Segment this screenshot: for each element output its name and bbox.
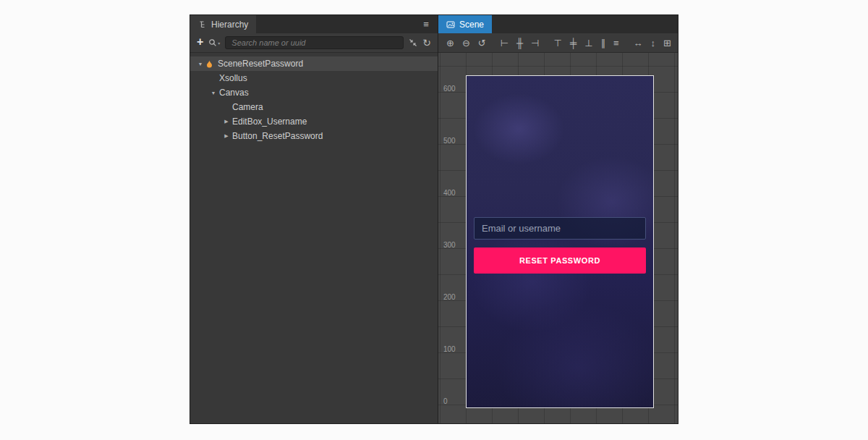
tree-row[interactable]: ▼ Canvas xyxy=(190,85,438,100)
tab-scene-label: Scene xyxy=(459,20,484,30)
scene-flame-icon xyxy=(205,59,214,69)
align-right-icon[interactable]: ⊣ xyxy=(531,38,539,48)
editor-window: Hierarchy ≡ + ▾ ↻ ▼ SceneResetPas xyxy=(190,14,678,424)
scene-panel: Scene ⊕ ⊖ ↺ ⊢ ╫ ⊣ ⊤ ╪ ⊥ xyxy=(438,15,678,423)
tree-node-label: Camera xyxy=(232,102,263,112)
scene-image-icon xyxy=(446,20,455,29)
add-node-button[interactable]: + xyxy=(197,36,203,48)
align-bottom-icon[interactable]: ⊥ xyxy=(584,38,592,48)
tab-scene[interactable]: Scene xyxy=(438,15,492,33)
ruler-label: 100 xyxy=(443,345,456,353)
align-middle-icon[interactable]: ╪ xyxy=(570,38,576,48)
ruler-label: 500 xyxy=(443,137,456,145)
hierarchy-panel: Hierarchy ≡ + ▾ ↻ ▼ SceneResetPas xyxy=(190,15,438,423)
tab-bar-spacer xyxy=(492,15,678,33)
ruler-label: 400 xyxy=(443,189,456,197)
reset-password-button[interactable]: RESET PASSWORD xyxy=(474,248,646,274)
scene-viewport[interactable]: 600 500 400 300 200 100 0 Email or usern… xyxy=(438,53,678,423)
chevron-down-icon: ▾ xyxy=(218,41,220,46)
collapse-all-button[interactable] xyxy=(409,38,417,47)
hierarchy-toolbar: + ▾ ↻ xyxy=(190,33,438,53)
editbox-placeholder-text: Email or username xyxy=(482,223,561,234)
tree-row[interactable]: Xsollus xyxy=(190,71,438,85)
tree-row[interactable]: ▶ EditBox_Username xyxy=(190,114,438,129)
align-center-horizontal-icon[interactable]: ╫ xyxy=(516,38,523,48)
tree-row[interactable]: ▼ SceneResetPassword xyxy=(190,56,438,71)
scene-tab-bar: Scene xyxy=(438,15,678,33)
zoom-out-icon[interactable]: ⊖ xyxy=(462,38,470,48)
reset-view-icon[interactable]: ↺ xyxy=(478,38,486,48)
tree-node-label: SceneResetPassword xyxy=(218,59,303,69)
tab-hierarchy[interactable]: Hierarchy xyxy=(190,15,256,33)
scene-toolbar: ⊕ ⊖ ↺ ⊢ ╫ ⊣ ⊤ ╪ ⊥ ∥ ≡ ↔ xyxy=(438,33,678,53)
canvas-preview[interactable]: Email or username RESET PASSWORD xyxy=(466,75,654,408)
panel-menu-icon[interactable]: ≡ xyxy=(414,15,438,33)
tree-node-label: Button_ResetPassword xyxy=(232,131,323,141)
editbox-username-field[interactable]: Email or username xyxy=(474,217,646,240)
snap-grid-icon[interactable]: ⊞ xyxy=(663,38,671,48)
tab-hierarchy-label: Hierarchy xyxy=(211,20,248,30)
tab-bar-spacer xyxy=(256,15,414,33)
collapse-arrows-icon xyxy=(409,38,417,47)
refresh-button[interactable]: ↻ xyxy=(422,38,431,48)
stretch-horizontal-icon[interactable]: ↔ xyxy=(634,38,643,48)
tree-node-label: Xsollus xyxy=(219,73,247,83)
search-input[interactable] xyxy=(225,36,404,49)
align-left-icon[interactable]: ⊢ xyxy=(501,38,509,48)
hierarchy-tree-icon xyxy=(198,20,207,29)
ruler-label: 200 xyxy=(443,293,456,301)
search-icon xyxy=(208,38,217,47)
expand-arrow-icon[interactable]: ▼ xyxy=(196,62,205,67)
distribute-vertical-icon[interactable]: ≡ xyxy=(613,38,619,48)
expand-arrow-icon[interactable]: ▶ xyxy=(222,133,231,139)
ruler-label: 300 xyxy=(443,241,456,249)
stretch-vertical-icon[interactable]: ↕ xyxy=(651,38,656,48)
search-filter-button[interactable]: ▾ xyxy=(208,38,220,47)
align-top-icon[interactable]: ⊤ xyxy=(554,38,562,48)
hierarchy-tree: ▼ SceneResetPassword Xsollus ▼ Canvas xyxy=(190,53,438,423)
expand-arrow-icon[interactable]: ▼ xyxy=(209,90,218,96)
tree-row[interactable]: ▶ Button_ResetPassword xyxy=(190,129,438,143)
tree-node-label: EditBox_Username xyxy=(232,117,307,127)
distribute-horizontal-icon[interactable]: ∥ xyxy=(600,38,605,48)
zoom-in-icon[interactable]: ⊕ xyxy=(446,38,454,48)
ruler-label: 600 xyxy=(443,85,456,93)
expand-arrow-icon[interactable]: ▶ xyxy=(222,119,231,124)
ruler-label: 0 xyxy=(443,397,448,405)
tree-row[interactable]: Camera xyxy=(190,100,438,114)
hierarchy-tab-bar: Hierarchy ≡ xyxy=(190,15,438,33)
tree-node-label: Canvas xyxy=(219,88,249,98)
